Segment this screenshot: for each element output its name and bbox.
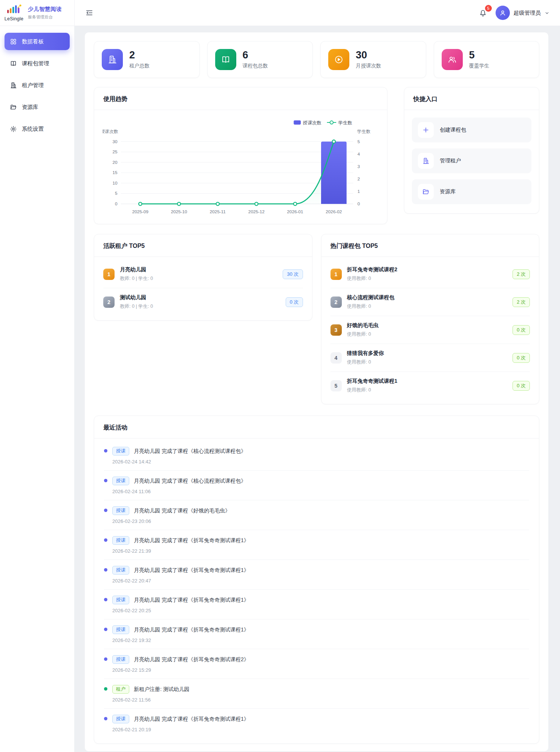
tenant-name: 测试幼儿园 [120,294,153,301]
tenant-name: 月亮幼儿园 [120,266,153,273]
sidebar-item-dashboard[interactable]: 数据看板 [5,33,70,50]
avatar [496,6,510,20]
svg-text:授课次数: 授课次数 [303,120,321,125]
svg-text:2025-10: 2025-10 [171,209,187,214]
activity-dot [104,479,107,482]
count-badge: 2 次 [513,297,530,307]
count-badge: 30 次 [283,269,303,279]
svg-text:2025-11: 2025-11 [210,209,226,214]
card-title: 最近活动 [94,416,539,439]
sidebar-item-label: 资源库 [22,104,38,111]
list-item: 1 月亮幼儿园 教师: 0 | 学生: 0 30 次 [103,260,303,288]
svg-text:授课次数: 授课次数 [103,129,118,134]
main-content: 2 租户总数 6 课程包总数 30 月授课次数 [85,32,548,751]
activity-time: 2026-02-23 20:06 [112,518,230,524]
svg-text:10: 10 [112,180,118,185]
users-icon [442,49,463,70]
activity-time: 2026-02-22 15:29 [112,667,249,673]
activity-time: 2026-02-24 11:06 [112,489,246,494]
svg-text:4: 4 [357,151,360,156]
activity-tag: 授课 [112,625,129,634]
activity-time: 2026-02-22 11:56 [112,697,190,703]
activity-item: 授课 月亮幼儿园 完成了课程《折耳兔奇奇测试课程1》 2026-02-22 20… [104,560,529,590]
activity-dot [104,568,107,572]
building-icon [10,82,17,89]
list-item: 3 好饿的毛毛虫 使用教师: 0 0 次 [330,316,530,344]
person-icon [499,9,506,17]
book-icon [215,49,236,70]
activity-item: 授课 月亮幼儿园 完成了课程《折耳兔奇奇测试课程1》 2026-02-22 21… [104,530,529,560]
legend-bar-swatch [294,120,301,124]
sidebar-item-label: 课程包管理 [22,60,49,67]
package-name: 核心流程测试课程包 [347,294,395,301]
username: 超级管理员 [514,9,541,17]
package-sub: 使用教师: 0 [347,275,398,282]
count-badge: 0 次 [513,381,530,391]
svg-text:1: 1 [357,189,360,194]
building-icon [418,153,434,169]
activity-text: 月亮幼儿园 完成了课程《核心流程测试课程包》 [134,478,246,485]
user-menu[interactable]: 超级管理员 [496,6,550,20]
activity-dot [104,717,107,720]
legend-line-marker [330,121,333,124]
collapse-sidebar-button[interactable] [84,7,95,18]
rank-badge: 4 [330,352,342,364]
package-sub: 使用教师: 0 [347,303,395,310]
sidebar-item-tenants[interactable]: 租户管理 [5,76,70,94]
svg-text:2: 2 [357,176,360,181]
usage-trend-chart[interactable]: 051015202530012345授课次数学生数2025-092025-102… [103,117,379,220]
stat-card-tenants: 2 租户总数 [94,41,200,78]
quick-entry-manage-tenants[interactable]: 管理租户 [412,148,531,173]
activity-item: 授课 月亮幼儿园 完成了课程《折耳兔奇奇测试课程1》 2026-02-22 19… [104,619,529,649]
activity-item: 租户 新租户注册: 测试幼儿园 2026-02-22 11:56 [104,679,529,709]
svg-text:0: 0 [115,201,118,206]
svg-text:5: 5 [357,139,360,144]
activity-time: 2026-02-22 20:47 [112,578,249,584]
svg-text:学生数: 学生数 [357,129,370,134]
quick-entry-label: 创建课程包 [440,127,466,133]
app-logo: LeSingle 少儿智慧阅读 服务管理后台 [0,0,74,26]
play-circle-icon [328,49,349,70]
notifications-button[interactable]: 5 [478,8,488,18]
count-badge: 2 次 [513,269,530,279]
svg-text:2025-09: 2025-09 [132,209,148,214]
sidebar-item-settings[interactable]: 系统设置 [5,120,70,138]
activity-dot [104,509,107,512]
card-title: 快捷入口 [404,87,539,110]
activity-dot [104,449,107,452]
activity-time: 2026-02-22 19:32 [112,637,249,643]
active-tenants-card: 活跃租户 TOP5 1 月亮幼儿园 教师: 0 | 学生: 0 30 次 2 测… [94,234,312,321]
dashboard-icon [10,38,17,45]
quick-entry-label: 管理租户 [440,157,461,164]
activity-tag: 授课 [112,477,129,485]
stat-value: 6 [243,50,268,60]
card-title: 活跃租户 TOP5 [94,234,312,257]
notification-badge: 5 [485,5,492,12]
chevron-down-icon [545,11,549,15]
svg-text:2025-12: 2025-12 [248,209,265,214]
stat-label: 月授课次数 [356,63,381,69]
activity-time: 2026-02-22 21:39 [112,548,249,554]
stat-label: 覆盖学生 [469,63,490,69]
svg-text:3: 3 [357,164,360,169]
package-name: 折耳兔奇奇测试课程1 [347,378,398,385]
quick-entry-create-package[interactable]: 创建课程包 [412,118,531,142]
activity-item: 授课 月亮幼儿园 完成了课程《折耳兔奇奇测试课程1》 2026-02-22 20… [104,590,529,619]
stat-card-course-packages: 6 课程包总数 [207,41,313,78]
svg-text:20: 20 [112,160,118,165]
activity-dot [104,598,107,601]
stat-value: 5 [469,50,490,60]
svg-text:学生数: 学生数 [338,120,352,125]
book-icon [10,60,17,67]
quick-entry-resources[interactable]: 资源库 [412,179,531,204]
sidebar-item-label: 数据看板 [22,38,44,45]
rank-badge: 3 [330,324,342,336]
sidebar-item-label: 系统设置 [22,125,44,133]
sidebar-item-course-packages[interactable]: 课程包管理 [5,55,70,72]
activity-text: 月亮幼儿园 完成了课程《折耳兔奇奇测试课程2》 [134,656,249,663]
recent-activity-card: 最近活动 授课 月亮幼儿园 完成了课程《核心流程测试课程包》 2026-02-2… [94,416,539,744]
card-title: 热门课程包 TOP5 [321,234,539,257]
sidebar-item-resources[interactable]: 资源库 [5,98,70,116]
svg-text:2026-02: 2026-02 [326,209,342,214]
logo-bars-icon [6,4,22,15]
